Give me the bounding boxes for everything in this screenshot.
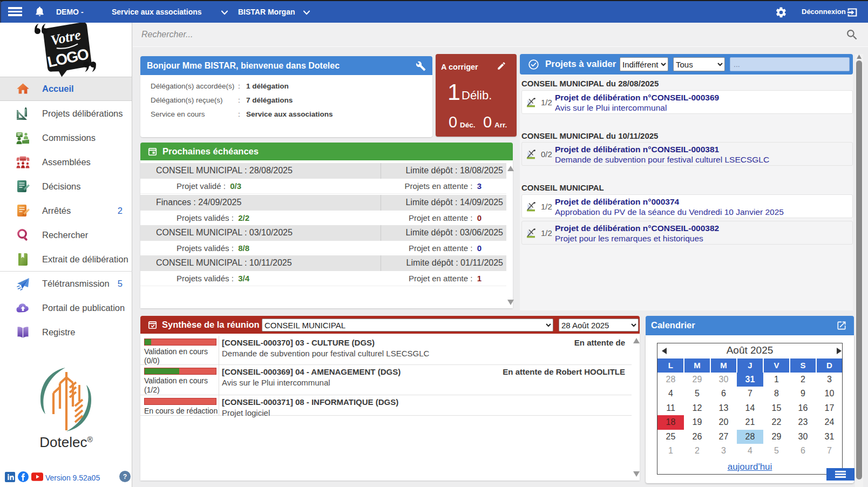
svg-text:?: ? (123, 473, 127, 481)
